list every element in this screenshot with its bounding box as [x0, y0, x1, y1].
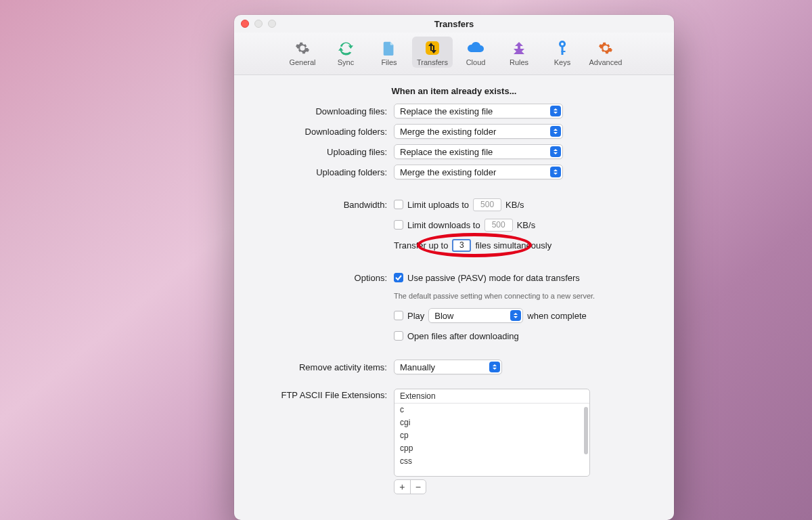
- tab-transfers[interactable]: Transfers: [412, 37, 453, 68]
- play-sound-checkbox[interactable]: [394, 311, 403, 320]
- downloading-folders-label: Downloading folders:: [252, 127, 394, 137]
- tab-general[interactable]: General: [282, 37, 323, 68]
- list-item[interactable]: cp: [400, 429, 584, 442]
- limit-downloads-checkbox[interactable]: [394, 220, 403, 230]
- file-icon: [370, 39, 408, 57]
- sync-icon: [327, 39, 365, 57]
- tab-keys[interactable]: Keys: [542, 37, 583, 68]
- content-pane: When an item already exists... Downloadi…: [234, 75, 674, 505]
- chevron-updown-icon: [489, 362, 500, 372]
- chevron-updown-icon: [550, 106, 561, 116]
- list-item[interactable]: css: [400, 455, 584, 468]
- limit-downloads-field[interactable]: 500: [484, 219, 513, 232]
- uploading-files-label: Uploading files:: [252, 147, 394, 157]
- scrollbar[interactable]: [584, 407, 588, 454]
- transfer-suffix: files simultaneously: [475, 240, 551, 251]
- play-suffix: when complete: [527, 311, 586, 321]
- list-item[interactable]: cgi: [400, 416, 584, 429]
- transfers-icon: [413, 39, 451, 57]
- svg-rect-0: [426, 41, 439, 55]
- downloading-folders-select[interactable]: Merge the existing folder: [394, 124, 563, 139]
- pasv-label: Use passive (PASV) mode for data transfe…: [407, 273, 580, 283]
- svg-rect-4: [562, 51, 566, 52]
- play-label: Play: [407, 311, 424, 321]
- open-after-label: Open files after downloading: [407, 331, 519, 341]
- transfer-prefix: Transfer up to: [394, 240, 448, 251]
- ftp-ext-header: Extension: [394, 389, 589, 404]
- kbs-unit: KB/s: [505, 200, 524, 210]
- limit-downloads-text: Limit downloads to: [407, 220, 480, 230]
- tab-files[interactable]: Files: [369, 37, 409, 68]
- titlebar: Transfers: [234, 15, 674, 32]
- tab-sync[interactable]: Sync: [325, 37, 366, 68]
- limit-uploads-checkbox[interactable]: [394, 200, 403, 209]
- remove-activity-select[interactable]: Manually: [394, 360, 502, 374]
- svg-point-2: [561, 43, 564, 45]
- add-extension-button[interactable]: +: [394, 480, 411, 494]
- add-remove-buttons: + −: [394, 479, 426, 494]
- kbs-unit: KB/s: [517, 220, 535, 230]
- window-title: Transfers: [234, 19, 674, 29]
- ftp-ext-list[interactable]: Extension c cgi cp cpp css: [394, 389, 590, 477]
- cloud-icon: [457, 39, 495, 57]
- remove-extension-button[interactable]: −: [411, 480, 426, 494]
- gear-icon: [284, 39, 321, 57]
- toolbar: General Sync Files Transfers Cloud: [234, 32, 674, 75]
- ftp-ext-items[interactable]: c cgi cp cpp css: [394, 404, 589, 471]
- uploading-folders-label: Uploading folders:: [252, 167, 394, 177]
- list-item[interactable]: cpp: [400, 442, 584, 455]
- section-heading: When an item already exists...: [252, 86, 656, 96]
- remove-activity-label: Remove activity items:: [252, 362, 394, 372]
- pasv-hint: The default passive setting when connect…: [394, 292, 595, 300]
- open-after-checkbox[interactable]: [394, 331, 403, 341]
- uploading-files-select[interactable]: Replace the existing file: [394, 144, 563, 159]
- tab-rules[interactable]: Rules: [499, 37, 539, 68]
- pasv-checkbox[interactable]: [394, 273, 403, 282]
- limit-uploads-field[interactable]: 500: [473, 198, 501, 211]
- chevron-updown-icon: [550, 126, 561, 137]
- tab-cloud[interactable]: Cloud: [455, 37, 496, 68]
- downloading-files-select[interactable]: Replace the existing file: [394, 104, 563, 118]
- key-icon: [543, 39, 581, 57]
- downloading-files-label: Downloading files:: [252, 106, 394, 116]
- advanced-gear-icon: [587, 39, 625, 57]
- play-sound-select[interactable]: Blow: [428, 308, 523, 323]
- bandwidth-label: Bandwidth:: [252, 200, 394, 210]
- uploading-folders-select[interactable]: Merge the existing folder: [394, 165, 563, 179]
- chevron-updown-icon: [550, 146, 561, 157]
- list-item[interactable]: c: [400, 404, 584, 416]
- limit-uploads-text: Limit uploads to: [407, 200, 469, 210]
- simultaneous-transfers-field[interactable]: 3: [452, 239, 471, 252]
- ftp-ext-label: FTP ASCII File Extensions:: [252, 389, 394, 400]
- tab-advanced[interactable]: Advanced: [585, 37, 626, 68]
- preferences-window: Transfers General Sync Files Transfers: [234, 15, 674, 520]
- options-label: Options:: [252, 273, 394, 283]
- chevron-updown-icon: [550, 167, 561, 177]
- rules-icon: [500, 39, 538, 57]
- chevron-updown-icon: [510, 310, 521, 321]
